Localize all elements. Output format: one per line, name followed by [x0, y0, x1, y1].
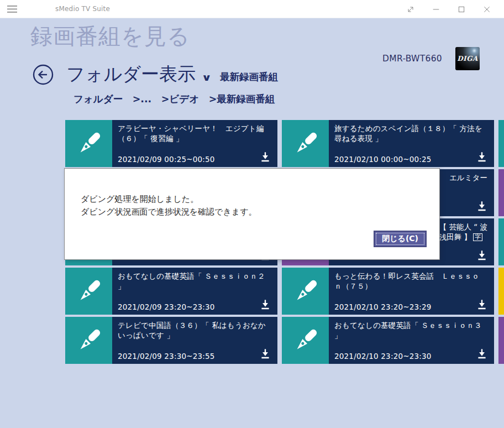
pen-icon-square [65, 268, 112, 315]
pen-icon [290, 128, 322, 160]
program-tile[interactable]: おもてなしの基礎英語「 Ｓｅｓｓｉｏｎ３ 」 2021/02/10 23:20~… [282, 317, 494, 364]
pen-icon-square [65, 120, 112, 167]
download-icon[interactable] [476, 249, 488, 262]
tile-body: テレビで中国語（３６）「 私はもうおなかいっぱいです 」 2021/02/09 … [112, 317, 277, 364]
program-title: アラビーヤ・シャベリーヤ！ エジプト編（６）「 復習編 」 [112, 120, 277, 143]
back-button[interactable] [32, 64, 54, 86]
tile-body: もっと伝わる！即レス英会話 Ｌｅｓｓｏｎ（７５） 2021/02/10 23:2… [329, 268, 494, 315]
program-title-fragment: エルミター [449, 173, 487, 183]
maximize-icon [457, 5, 466, 14]
program-datetime: 2021/02/10 00:00~00:25 [334, 155, 432, 164]
minimize-button[interactable] [423, 0, 449, 18]
dialog-message-line1: ダビング処理を開始しました。 [81, 193, 257, 206]
program-title: 旅するためのスペイン語（１８）「 方法を尋ねる表現 」 [329, 120, 494, 143]
hamburger-menu-button[interactable] [0, 0, 24, 18]
titlebar: sMedio TV Suite [0, 0, 504, 18]
page-title: 録画番組を見る [30, 21, 190, 51]
pen-icon [73, 325, 105, 357]
program-title-fragment: 【 芸能人 “ 波浅田舞 】字 [439, 222, 487, 242]
download-icon[interactable] [476, 348, 488, 360]
pen-icon-square [282, 120, 329, 167]
current-folder-label: 最新録画番組 [220, 70, 278, 83]
program-tile[interactable]: おもてなしの基礎英語「 Ｓｅｓｓｉｏｎ２ 」 2021/02/09 23:20~… [65, 268, 277, 315]
device-name: DMR-BWT660 [382, 54, 442, 64]
pen-icon [290, 325, 322, 357]
tile-body: おもてなしの基礎英語「 Ｓｅｓｓｉｏｎ２ 」 2021/02/09 23:20~… [112, 268, 277, 315]
program-datetime: 2021/02/10 23:20~23:29 [334, 302, 432, 311]
maximize-button[interactable] [449, 0, 474, 18]
pen-icon [73, 275, 105, 307]
hamburger-icon [7, 6, 17, 13]
view-header: フォルダー表示 ∨ 最新録画番組 [32, 62, 278, 87]
dubbing-started-dialog: ダビング処理を開始しました。 ダビング状況画面で進捗状況を確認できます。 閉じる… [64, 168, 440, 260]
fullscreen-icon [406, 5, 415, 14]
program-title: おもてなしの基礎英語「 Ｓｅｓｓｉｏｎ３ 」 [329, 317, 494, 340]
fullscreen-button[interactable] [398, 0, 423, 18]
device-info: DMR-BWT660 DIGA [382, 47, 480, 70]
program-tile[interactable] [498, 218, 504, 265]
download-icon[interactable] [476, 200, 488, 212]
tile-body: アラビーヤ・シャベリーヤ！ エジプト編（６）「 復習編 」 2021/02/09… [112, 120, 277, 167]
tile-body: 旅するためのスペイン語（１８）「 方法を尋ねる表現 」 2021/02/10 0… [329, 120, 494, 167]
program-tile[interactable] [498, 317, 504, 364]
pen-icon-square [498, 218, 504, 265]
dialog-message: ダビング処理を開始しました。 ダビング状況画面で進捗状況を確認できます。 [81, 193, 257, 218]
download-icon[interactable] [476, 299, 488, 311]
program-tile[interactable]: もっと伝わる！即レス英会話 Ｌｅｓｓｏｎ（７５） 2021/02/10 23:2… [282, 268, 494, 315]
program-datetime: 2021/02/09 23:30~23:55 [118, 352, 215, 361]
program-datetime: 2021/02/09 23:20~23:30 [118, 302, 215, 311]
chevron-down-icon[interactable]: ∨ [202, 72, 212, 83]
breadcrumb[interactable]: フォルダー >... >ビデオ >最新録画番組 [74, 92, 275, 106]
close-window-button[interactable] [474, 0, 500, 18]
program-tile[interactable] [498, 268, 504, 315]
program-tile[interactable] [498, 169, 504, 216]
program-title: テレビで中国語（３６）「 私はもうおなかいっぱいです 」 [112, 317, 277, 340]
pen-icon [290, 275, 322, 307]
minimize-icon [432, 5, 440, 14]
program-title: おもてなしの基礎英語「 Ｓｅｓｓｉｏｎ２ 」 [112, 268, 277, 291]
program-tile[interactable]: アラビーヤ・シャベリーヤ！ エジプト編（６）「 復習編 」 2021/02/09… [65, 120, 277, 167]
pen-icon-square [498, 317, 504, 364]
diga-logo: DIGA [455, 47, 480, 70]
download-icon[interactable] [476, 151, 488, 163]
pen-icon-square [498, 169, 504, 216]
program-datetime: 2021/02/09 00:25~00:50 [118, 155, 215, 164]
program-tile[interactable] [498, 120, 504, 167]
pen-icon [73, 128, 105, 160]
pen-icon-square [498, 268, 504, 315]
download-icon[interactable] [259, 299, 271, 311]
pen-icon-square [282, 317, 329, 364]
download-icon[interactable] [259, 348, 271, 360]
window-controls [398, 0, 500, 18]
pen-icon-square [282, 268, 329, 315]
closed-caption-badge: 字 [473, 233, 482, 241]
program-title: もっと伝わる！即レス英会話 Ｌｅｓｓｏｎ（７５） [329, 268, 494, 291]
diga-logo-text: DIGA [457, 55, 478, 62]
dialog-message-line2: ダビング状況画面で進捗状況を確認できます。 [81, 206, 257, 218]
download-icon[interactable] [259, 151, 271, 163]
close-icon [482, 5, 491, 14]
program-datetime: 2021/02/10 23:20~23:30 [334, 352, 432, 361]
app-title: sMedio TV Suite [55, 5, 110, 13]
program-tile[interactable]: テレビで中国語（３６）「 私はもうおなかいっぱいです 」 2021/02/09 … [65, 317, 277, 364]
program-tile[interactable]: 旅するためのスペイン語（１８）「 方法を尋ねる表現 」 2021/02/10 0… [282, 120, 494, 167]
close-button[interactable]: 閉じる(C) [374, 231, 427, 247]
pen-icon-square [65, 317, 112, 364]
pen-icon-square [498, 120, 504, 167]
tile-body: おもてなしの基礎英語「 Ｓｅｓｓｉｏｎ３ 」 2021/02/10 23:20~… [329, 317, 494, 364]
view-selector[interactable]: フォルダー表示 [66, 62, 196, 87]
